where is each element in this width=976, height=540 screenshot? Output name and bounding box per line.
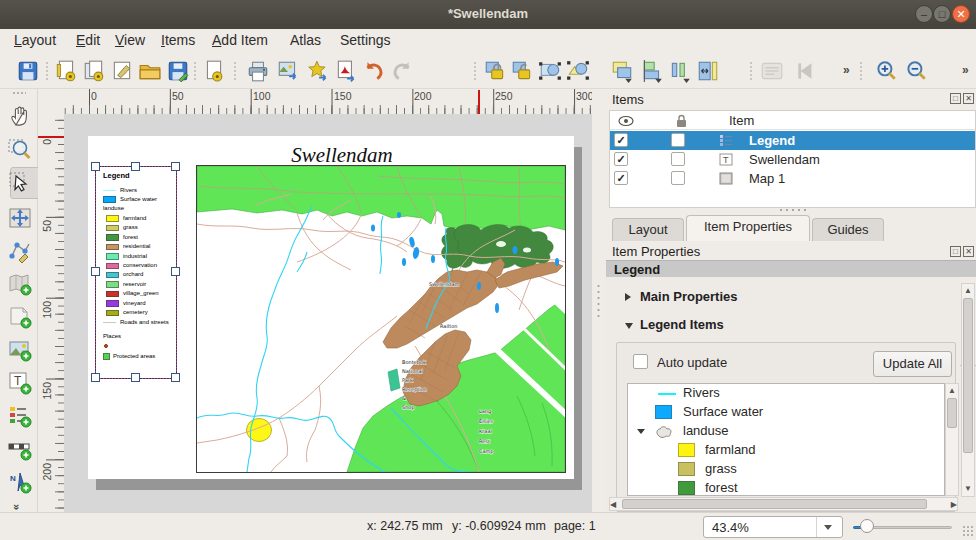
scrollbar-thumb[interactable] <box>963 298 973 453</box>
tree-vertical-scrollbar[interactable]: ▲ <box>945 383 959 496</box>
zoom-tool-icon[interactable] <box>7 137 33 163</box>
update-all-button[interactable]: Update All <box>873 351 952 377</box>
resize-items-icon[interactable] <box>696 59 720 83</box>
window-resize-grip[interactable] <box>962 525 974 538</box>
tab-guides[interactable]: Guides <box>812 218 884 241</box>
toolbox-overflow-icon[interactable]: » <box>11 504 23 510</box>
zoom-level-combobox[interactable]: 43.4% <box>703 516 843 538</box>
save-icon[interactable] <box>16 59 40 83</box>
edit-nodes-item-icon[interactable] <box>7 238 33 264</box>
items-row-legend[interactable]: ✓ Legend <box>610 131 975 150</box>
save-as-template-icon[interactable] <box>166 59 190 83</box>
lock-checkbox[interactable] <box>671 152 685 166</box>
visibility-checkbox[interactable]: ✓ <box>614 152 628 166</box>
open-folder-icon[interactable] <box>138 59 162 83</box>
layout-page[interactable]: Swellendam <box>88 136 574 479</box>
add-legend-icon[interactable] <box>7 403 33 429</box>
group-items-icon[interactable] <box>538 59 562 83</box>
items-row-map1[interactable]: ✓ Map 1 <box>610 169 975 188</box>
tab-item-properties[interactable]: Item Properties <box>686 215 810 241</box>
tree-row-grass[interactable]: grass <box>628 460 944 479</box>
tree-row-rivers[interactable]: Rivers <box>628 384 944 403</box>
export-svg-icon[interactable] <box>306 59 330 83</box>
toolbar-overflow-icon[interactable]: » <box>962 63 969 77</box>
tree-row-farmland[interactable]: farmland <box>628 441 944 460</box>
unlock-items-icon[interactable] <box>510 59 534 83</box>
pan-tool-icon[interactable] <box>7 103 33 129</box>
section-legend-items[interactable]: Legend Items <box>625 317 724 332</box>
item-properties-float-icon[interactable]: □ <box>950 246 961 257</box>
menu-edit[interactable]: Edit <box>76 32 100 48</box>
duplicate-layout-icon[interactable] <box>82 59 106 83</box>
selection-handle[interactable] <box>91 267 100 276</box>
item-properties-close-icon[interactable]: ✕ <box>963 246 974 257</box>
items-panel-float-icon[interactable]: □ <box>950 93 961 104</box>
menu-items[interactable]: Items <box>161 32 195 48</box>
export-image-icon[interactable] <box>276 59 300 83</box>
add-3d-map-icon[interactable] <box>7 304 33 330</box>
map-item[interactable]: Swellendam Railton Bontebok National Par… <box>196 165 566 473</box>
panel-splitter[interactable] <box>592 89 606 512</box>
add-pages-icon[interactable] <box>202 59 226 83</box>
menu-layout[interactable]: Layout <box>14 32 56 48</box>
align-items-icon[interactable] <box>640 59 664 83</box>
add-scalebar-icon[interactable] <box>7 436 33 462</box>
print-icon[interactable] <box>246 59 270 83</box>
ungroup-items-icon[interactable] <box>566 59 590 83</box>
title-bar[interactable]: *Swellendam – □ ✕ <box>0 0 976 29</box>
add-north-arrow-icon[interactable]: N <box>7 469 33 495</box>
scrollbar-thumb[interactable] <box>947 398 957 428</box>
add-map-icon[interactable] <box>7 271 33 297</box>
redo-icon[interactable] <box>390 59 414 83</box>
tree-row-surface-water[interactable]: Surface water <box>628 403 944 422</box>
selection-handle[interactable] <box>91 162 100 171</box>
zoom-slider-handle[interactable] <box>860 519 874 533</box>
toolbar-grip[interactable] <box>12 91 26 96</box>
selection-handle[interactable] <box>171 267 180 276</box>
selection-handle[interactable] <box>131 373 140 382</box>
visibility-checkbox[interactable]: ✓ <box>614 171 628 185</box>
zoom-in-icon[interactable] <box>874 59 898 83</box>
items-panel-close-icon[interactable]: ✕ <box>963 93 974 104</box>
tree-row-forest[interactable]: forest <box>628 479 944 496</box>
section-main-properties[interactable]: Main Properties <box>625 289 738 304</box>
panel-splitter-handle[interactable] <box>778 208 808 212</box>
lock-checkbox[interactable] <box>671 133 685 147</box>
scroll-right-icon[interactable]: ▶ <box>951 499 957 511</box>
tab-layout[interactable]: Layout <box>612 218 684 241</box>
distribute-items-icon[interactable] <box>668 59 692 83</box>
atlas-first-icon[interactable] <box>794 59 818 83</box>
scroll-down-icon[interactable]: ▼ <box>962 483 974 495</box>
items-row-swellendam[interactable]: ✓ T Swellendam <box>610 150 975 169</box>
undo-icon[interactable] <box>362 59 386 83</box>
raise-items-icon[interactable] <box>610 59 634 83</box>
combo-dropdown-icon[interactable] <box>824 525 832 530</box>
lock-checkbox[interactable] <box>671 171 685 185</box>
minimize-button[interactable]: – <box>915 5 933 23</box>
scroll-up-icon[interactable]: ▲ <box>962 285 974 297</box>
menu-atlas[interactable]: Atlas <box>290 32 321 48</box>
scroll-up-icon[interactable]: ▲ <box>946 385 958 397</box>
menu-settings[interactable]: Settings <box>340 32 391 48</box>
visibility-checkbox[interactable]: ✓ <box>614 133 628 147</box>
collapse-arrow-icon[interactable] <box>637 429 645 434</box>
layout-canvas[interactable]: Swellendam <box>64 114 592 512</box>
move-item-content-icon[interactable] <box>7 205 33 231</box>
add-label-icon[interactable]: T <box>7 370 33 396</box>
panel-vertical-scrollbar[interactable]: ▲ ▼ <box>961 283 975 497</box>
selection-handle[interactable] <box>91 373 100 382</box>
new-layout-icon[interactable] <box>54 59 78 83</box>
menu-add-item[interactable]: Add Item <box>212 32 268 48</box>
maximize-button[interactable]: □ <box>933 5 951 23</box>
selection-handle[interactable] <box>131 162 140 171</box>
zoom-out-icon[interactable] <box>904 59 928 83</box>
scroll-left-icon[interactable]: ◀ <box>610 499 616 511</box>
lock-items-icon[interactable] <box>483 59 507 83</box>
panel-horizontal-scrollbar[interactable]: ◀ ▶ <box>609 497 958 511</box>
add-picture-icon[interactable] <box>7 337 33 363</box>
layout-manager-icon[interactable] <box>110 59 134 83</box>
selection-handle[interactable] <box>171 373 180 382</box>
auto-update-checkbox[interactable] <box>633 354 648 369</box>
toolbar-overflow-icon[interactable]: » <box>843 63 850 77</box>
close-button[interactable]: ✕ <box>952 5 970 23</box>
